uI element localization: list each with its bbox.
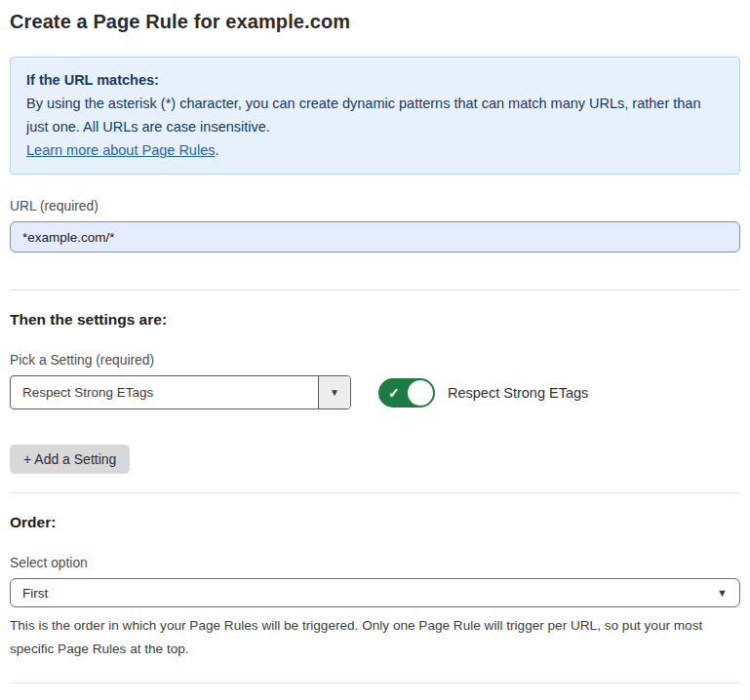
info-box-body: By using the asterisk (*) character, you… [26, 92, 724, 138]
setting-toggle[interactable]: ✓ [378, 378, 435, 408]
toggle-label: Respect Strong ETags [448, 385, 588, 401]
setting-row: Respect Strong ETags ▼ ✓ Respect Strong … [10, 375, 740, 409]
info-box-heading: If the URL matches: [26, 68, 724, 92]
settings-section-heading: Then the settings are: [10, 311, 740, 329]
setting-select-value: Respect Strong ETags [11, 376, 318, 408]
pick-setting-label: Pick a Setting (required) [10, 353, 740, 368]
link-suffix: . [215, 142, 218, 158]
toggle-knob [408, 380, 433, 406]
learn-more-link[interactable]: Learn more about Page Rules [26, 142, 215, 158]
add-setting-button[interactable]: + Add a Setting [10, 445, 130, 474]
dropdown-arrow-icon: ▼ [330, 387, 339, 398]
page-title: Create a Page Rule for example.com [10, 11, 740, 33]
divider [10, 682, 740, 683]
page-rule-form: Create a Page Rule for example.com If th… [0, 0, 750, 700]
check-icon: ✓ [388, 385, 400, 401]
order-select-label: Select option [10, 556, 740, 570]
divider [10, 492, 740, 493]
divider [10, 290, 740, 291]
order-select-value: First [22, 586, 717, 601]
setting-select-arrow-box[interactable]: ▼ [318, 376, 350, 408]
order-section-heading: Order: [10, 514, 740, 531]
url-field-label: URL (required) [10, 199, 740, 214]
url-input[interactable] [10, 221, 740, 253]
order-help-text: This is the order in which your Page Rul… [10, 614, 736, 661]
order-select[interactable]: First ▼ [10, 578, 740, 607]
url-matches-info-box: If the URL matches: By using the asteris… [10, 57, 740, 175]
setting-select[interactable]: Respect Strong ETags ▼ [10, 375, 351, 409]
info-box-link-line: Learn more about Page Rules. [26, 138, 724, 162]
chevron-down-icon: ▼ [717, 587, 728, 599]
